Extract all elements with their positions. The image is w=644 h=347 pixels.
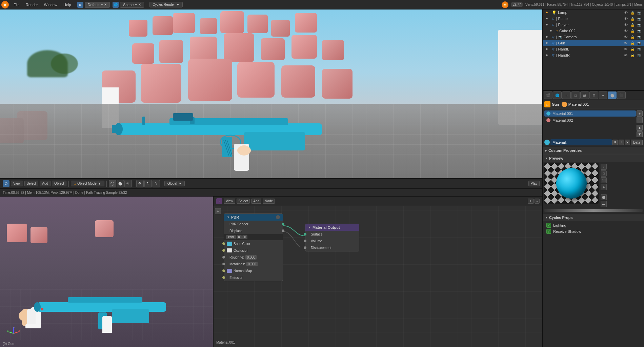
mat-new-btn[interactable]: + (619, 140, 624, 145)
add-menu-btn[interactable]: Add (40, 181, 51, 186)
outliner-player[interactable]: ● ▽ | Player 👁 🔒 📷 (543, 22, 644, 28)
preview-cube-btn[interactable]: ⬛ (601, 177, 607, 183)
handr-eye-icon[interactable]: 👁 (624, 53, 628, 57)
lamp-render-icon[interactable]: 📷 (637, 11, 641, 15)
cube002-render-icon[interactable]: 📷 (637, 29, 641, 33)
pbr-f-btn[interactable]: F (242, 235, 248, 239)
cube002-eye-icon[interactable]: 👁 (624, 29, 628, 33)
player-visibility-dot[interactable]: ● (546, 22, 550, 27)
texture-shading-btn[interactable]: ◎ (124, 180, 132, 187)
player-eye-icon[interactable]: 👁 (624, 23, 628, 27)
plane-render-icon[interactable]: 📷 (637, 17, 641, 21)
ne-zoom-out[interactable]: - (535, 199, 540, 204)
select-menu-btn[interactable]: Select (24, 181, 39, 186)
menu-item-file[interactable]: File (11, 2, 22, 7)
scale-icon[interactable]: ⤡ (153, 180, 160, 187)
prop-tab-texture[interactable]: ⬛ (617, 91, 626, 99)
solid-shading-btn[interactable]: ◯ (109, 180, 116, 187)
handr-visibility-dot[interactable]: ● (546, 53, 550, 58)
viewport-type-icon[interactable]: ⬡ (3, 180, 9, 187)
metalness-value[interactable]: 0.000 (246, 262, 258, 266)
menu-item-window[interactable]: Window (41, 2, 60, 7)
wireframe-shading-btn[interactable]: ⬤ (117, 180, 124, 187)
gun-visibility-dot[interactable]: ● (546, 41, 550, 45)
volume-socket[interactable] (304, 240, 306, 242)
pivot-selector[interactable]: Global ▼ (164, 181, 185, 186)
outliner-lamp[interactable]: ● 💡 Lamp 👁 🔒 📷 (543, 9, 644, 16)
workspace-add-icon[interactable]: + (101, 3, 103, 6)
basecolor-socket[interactable] (222, 242, 225, 245)
camera-lock-icon[interactable]: 🔒 (630, 35, 635, 39)
camera-render-icon[interactable]: 📷 (637, 35, 641, 39)
scene-close-icon[interactable]: ✕ (138, 3, 141, 6)
lamp-eye-icon[interactable]: 👁 (624, 11, 628, 15)
prop-tab-constraint[interactable]: ⛓ (580, 91, 589, 99)
lamp-visibility-dot[interactable]: ● (546, 10, 550, 15)
pbr-num-btn[interactable]: 8 (237, 235, 242, 239)
roughness-socket[interactable] (222, 256, 225, 259)
handl-render-icon[interactable]: 📷 (637, 47, 641, 51)
roughness-value[interactable]: 0.000 (245, 255, 257, 260)
pbr-label-btn[interactable]: PBR (226, 235, 236, 239)
ne-zoom-in[interactable]: + (528, 199, 534, 204)
menu-item-render[interactable]: Render (23, 2, 41, 7)
mode-selector[interactable]: □ Object Mode ▼ (71, 181, 104, 186)
pbr-shader-socket[interactable] (282, 223, 284, 225)
emission-socket[interactable] (222, 276, 225, 279)
preview-floor-btn[interactable]: ▬ (601, 201, 607, 207)
normalmap-socket[interactable] (222, 269, 225, 272)
prop-tab-particles[interactable]: ✦ (599, 91, 607, 99)
preview-header[interactable]: ▼ Preview (543, 155, 644, 162)
outliner-cube002[interactable]: ● □ Cube.002 👁 🔒 📷 (543, 28, 644, 34)
metalness-socket[interactable] (222, 263, 225, 265)
gun-eye-icon[interactable]: 👁 (624, 41, 628, 45)
material-item-002[interactable]: Material.002 (544, 117, 636, 123)
handr-lock-icon[interactable]: 🔒 (630, 54, 635, 57)
material-item-001[interactable]: Material.001 (544, 110, 636, 117)
outliner-handr[interactable]: ● ▽ | HandR 👁 🔒 📷 (543, 52, 644, 58)
plane-visibility-dot[interactable]: ● (546, 16, 550, 21)
handl-visibility-dot[interactable]: ● (546, 47, 550, 52)
lighting-checkbox[interactable]: ✓ (546, 223, 551, 228)
ne-add-button[interactable]: + (215, 208, 221, 214)
preview-monkey-btn[interactable]: ◈ (601, 184, 607, 190)
occlusion-socket[interactable] (222, 249, 225, 252)
menu-item-help[interactable]: Help (61, 2, 74, 7)
lamp-lock-icon[interactable]: 🔒 (630, 11, 635, 15)
preview-plane-btn[interactable]: □ (601, 170, 607, 177)
prop-tab-object[interactable]: □ (571, 91, 580, 99)
mat-move-down-btn[interactable]: ▼ (637, 131, 643, 137)
workspace-tab-scene[interactable]: Scene + ✕ (120, 2, 144, 8)
view-menu-btn[interactable]: View (11, 181, 23, 186)
mat-add-slot-btn[interactable]: + (637, 110, 643, 117)
camera-visibility-dot[interactable]: ● (546, 35, 550, 39)
cycles-props-header[interactable]: ▼ Cycles Props (543, 214, 644, 221)
ne-node-btn[interactable]: Node (263, 199, 275, 204)
player-render-icon[interactable]: 📷 (637, 23, 641, 27)
receive-shadow-checkbox[interactable]: ✓ (546, 229, 551, 234)
prop-tab-modifier[interactable]: ⚙ (589, 91, 598, 99)
mat-move-up-btn[interactable]: ▲ (637, 125, 643, 131)
ne-view-btn[interactable]: View (224, 199, 235, 204)
ne-select-btn[interactable]: Select (237, 199, 250, 204)
handl-lock-icon[interactable]: 🔒 (630, 47, 635, 51)
render-engine-selector[interactable]: Cycles Render ▼ (149, 2, 183, 7)
preview-bg-btn[interactable]: ⬤ (601, 194, 607, 200)
mat-browse-btn[interactable]: F (612, 140, 618, 145)
outliner-gun[interactable]: ● ▽ | Gun 👁 🔒 📷 (543, 40, 644, 46)
node-editor[interactable]: ⬦ View Select Add Node + - + ▼ PB (214, 197, 542, 347)
mat-delete-btn[interactable]: ✕ (625, 140, 630, 145)
gun-render-icon[interactable]: 📷 (637, 41, 641, 45)
rotate-icon[interactable]: ↻ (144, 180, 152, 187)
handl-eye-icon[interactable]: 👁 (624, 47, 628, 51)
surface-socket[interactable] (304, 233, 306, 236)
ne-add-btn[interactable]: Add (251, 199, 261, 204)
handr-render-icon[interactable]: 📷 (637, 54, 641, 57)
scene-add-icon[interactable]: + (135, 3, 137, 6)
displacement-socket[interactable] (304, 246, 306, 249)
custom-props-header[interactable]: ▶ Custom Properties (543, 147, 644, 154)
object-menu-btn[interactable]: Object (52, 181, 66, 186)
mat-data-btn[interactable]: Data (631, 140, 643, 145)
gun-lock-icon[interactable]: 🔒 (630, 41, 635, 45)
outliner-handl[interactable]: ● ▽ | HandL 👁 🔒 📷 (543, 46, 644, 52)
